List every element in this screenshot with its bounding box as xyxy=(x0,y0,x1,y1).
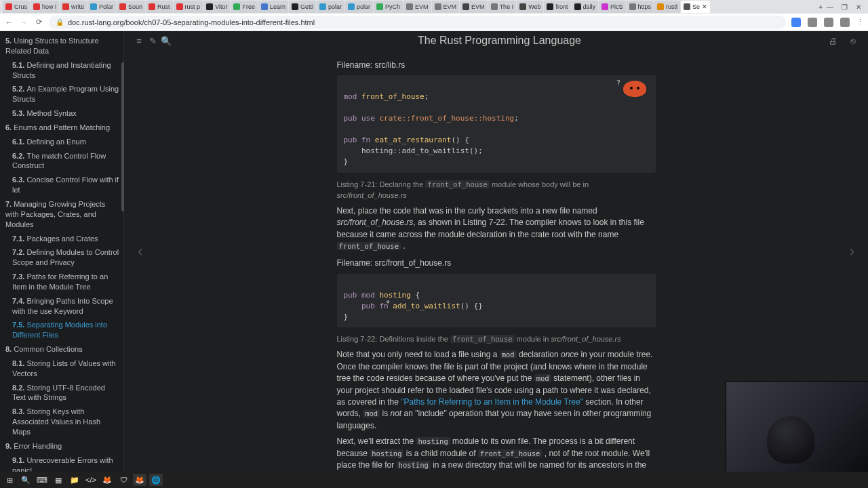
browser-tab[interactable]: Se✕ xyxy=(681,1,710,13)
browser-tab[interactable]: PyCh xyxy=(374,1,403,13)
tab-label: rust p xyxy=(185,3,201,10)
taskbar-button[interactable]: 🦊 xyxy=(133,474,146,486)
toc-label: Unrecoverable Errors with panic! xyxy=(12,456,113,472)
toc-item[interactable]: 6. Enums and Pattern Matching xyxy=(0,121,123,135)
toc-number: 6.1. xyxy=(12,138,26,146)
taskbar-button[interactable]: 🛡 xyxy=(117,474,130,486)
toc-item[interactable]: 5.1. Defining and Instantiating Structs xyxy=(0,58,123,83)
new-tab-button[interactable]: + xyxy=(814,3,827,11)
taskbar-button[interactable]: 🌐 xyxy=(149,474,163,486)
toc-item[interactable]: 7. Managing Growing Projects with Packag… xyxy=(0,197,123,232)
browser-tab[interactable]: Crus xyxy=(3,1,30,13)
favicon xyxy=(574,3,581,10)
sidebar-toggle-icon[interactable]: ≡ xyxy=(132,36,146,46)
toc-item[interactable]: 8.1. Storing Lists of Values with Vector… xyxy=(0,357,123,381)
browser-tab[interactable]: daily xyxy=(572,1,599,13)
toc-item[interactable]: 5.2. An Example Program Using Structs xyxy=(0,82,123,106)
toc-number: 9.1. xyxy=(12,456,26,464)
toolbar-row: ← → ⟳ 🔒 doc.rust-lang.org/book/ch07-05-s… xyxy=(0,14,868,31)
paths-link[interactable]: "Paths for Referring to an Item in the M… xyxy=(401,397,583,407)
github-icon[interactable]: ⎋ xyxy=(846,36,860,46)
browser-tab[interactable]: PicS xyxy=(599,1,626,13)
favicon xyxy=(319,3,326,10)
browser-tab[interactable]: Vitor xyxy=(203,1,230,13)
browser-tab[interactable]: rustl xyxy=(654,1,680,13)
browser-tab[interactable]: https xyxy=(627,1,654,13)
toc-item[interactable]: 5.3. Method Syntax xyxy=(0,106,123,121)
browser-tab[interactable]: EVM xyxy=(403,1,431,13)
toc-label: Method Syntax xyxy=(26,109,76,117)
browser-tab[interactable]: Getti xyxy=(289,1,316,13)
address-bar[interactable]: 🔒 doc.rust-lang.org/book/ch07-05-separat… xyxy=(49,16,786,29)
tab-label: daily xyxy=(583,3,596,10)
extension-icon[interactable] xyxy=(824,18,833,27)
browser-tab[interactable]: Polar xyxy=(87,1,116,13)
browser-tab[interactable]: rust p xyxy=(174,1,203,13)
toc-item[interactable]: 9. Error Handling xyxy=(0,439,123,453)
taskbar[interactable]: ⊞🔍⌨▦📁</>🦊🛡🦊🌐 xyxy=(0,472,868,488)
toc-number: 5.1. xyxy=(12,61,26,69)
toc-item[interactable]: 8.2. Storing UTF-8 Encoded Text with Str… xyxy=(0,381,123,405)
toc-label: Defining an Enum xyxy=(26,138,85,146)
tab-close-icon[interactable]: ✕ xyxy=(702,3,707,10)
toc-item[interactable]: 7.4. Bringing Paths Into Scope with the … xyxy=(0,294,123,319)
tab-label: PyCh xyxy=(385,3,400,10)
toc-item[interactable]: 7.2. Defining Modules to Control Scope a… xyxy=(0,245,123,270)
taskbar-button[interactable]: ▦ xyxy=(52,474,65,486)
nav-reload-button[interactable]: ⟳ xyxy=(34,18,43,26)
browser-tab[interactable]: EVM xyxy=(460,1,488,13)
extensions-area: ⋮ xyxy=(791,18,864,27)
tab-label: Crus xyxy=(14,3,27,10)
browser-tab[interactable]: EVM xyxy=(432,1,460,13)
browser-tab[interactable]: Soun xyxy=(117,1,145,13)
taskbar-button[interactable]: ⊞ xyxy=(3,474,16,486)
browser-tab[interactable]: polar xyxy=(345,1,373,13)
extension-icon[interactable] xyxy=(791,18,801,27)
browser-tab[interactable]: The I xyxy=(488,1,517,13)
toc-item[interactable]: 8. Common Collections xyxy=(0,342,123,357)
ferris-icon: ? xyxy=(623,81,646,97)
toc-item[interactable]: 6.1. Defining an Enum xyxy=(0,135,123,149)
browser-tab[interactable]: Learn xyxy=(258,1,288,13)
toc-item[interactable]: 5. Using Structs to Structure Related Da… xyxy=(0,34,123,58)
toc-item[interactable]: 9.1. Unrecoverable Errors with panic! xyxy=(0,453,123,472)
print-icon[interactable]: 🖨 xyxy=(826,36,840,46)
toc-item[interactable]: 6.2. The match Control Flow Construct xyxy=(0,149,123,174)
browser-tab[interactable]: Free xyxy=(231,1,258,13)
nav-forward-button[interactable]: → xyxy=(19,18,28,26)
browser-tab[interactable]: front xyxy=(544,1,570,13)
toc-label: Storing Lists of Values with Vectors xyxy=(12,359,116,378)
taskbar-button[interactable]: 🔍 xyxy=(19,474,33,486)
taskbar-button[interactable]: </> xyxy=(84,474,98,486)
tab-label: polar xyxy=(328,3,342,10)
toc-item[interactable]: 7.5. Separating Modules into Different F… xyxy=(0,318,123,342)
taskbar-button[interactable]: ⌨ xyxy=(35,474,49,486)
nav-back-button[interactable]: ← xyxy=(4,18,14,26)
tab-strip: Crushow iwritePolarSounRustrust pVitorFr… xyxy=(3,1,814,13)
taskbar-button[interactable]: 🦊 xyxy=(100,474,114,486)
toc-item[interactable]: 6.3. Concise Control Flow with if let xyxy=(0,173,123,197)
browser-tab[interactable]: how i xyxy=(31,1,59,13)
toc-item[interactable]: 7.3. Paths for Referring to an Item in t… xyxy=(0,270,123,294)
toc-sidebar[interactable]: 5. Using Structs to Structure Related Da… xyxy=(0,31,124,472)
theme-toggle-icon[interactable]: ✎ xyxy=(146,36,159,46)
browser-menu-button[interactable]: ⋮ xyxy=(856,18,864,26)
extension-icon[interactable] xyxy=(840,18,850,27)
window-close-button[interactable]: ✕ xyxy=(856,3,861,11)
browser-tab[interactable]: polar xyxy=(317,1,344,13)
browser-tab[interactable]: Rust xyxy=(146,1,173,13)
search-icon[interactable]: 🔍 xyxy=(159,36,173,46)
tab-label: front xyxy=(555,3,568,10)
toc-item[interactable]: 7.1. Packages and Crates xyxy=(0,232,123,246)
taskbar-button[interactable]: 📁 xyxy=(68,474,81,486)
browser-tab[interactable]: write xyxy=(60,1,87,13)
browser-tab[interactable]: Web xyxy=(517,1,543,13)
toc-item[interactable]: 8.3. Storing Keys with Associated Values… xyxy=(0,405,123,439)
extension-icon[interactable] xyxy=(808,18,817,27)
window-minimize-button[interactable]: — xyxy=(827,3,833,11)
toc-number: 7.3. xyxy=(12,272,26,281)
tab-label: Learn xyxy=(270,3,285,10)
window-maximize-button[interactable]: ❐ xyxy=(842,3,848,11)
code-filename: Filename: src/lib.rs xyxy=(337,60,656,71)
toc-number: 7.2. xyxy=(12,248,26,256)
